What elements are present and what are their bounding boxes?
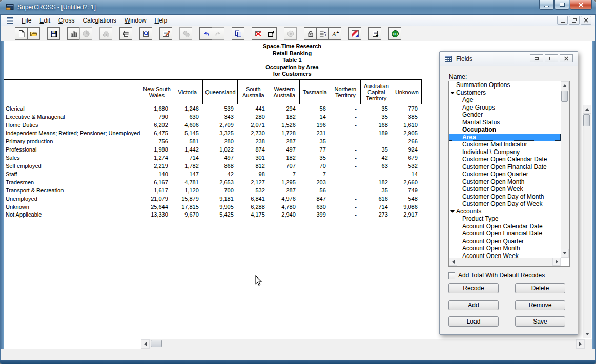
data-cell[interactable]: -: [330, 162, 361, 170]
data-cell[interactable]: 868: [203, 162, 238, 170]
data-cell[interactable]: 182: [361, 178, 392, 186]
row-header[interactable]: Home Duties: [4, 121, 141, 129]
data-cell[interactable]: 770: [392, 104, 422, 113]
data-cell[interactable]: 6,288: [238, 203, 269, 211]
row-header[interactable]: Primary production: [4, 137, 141, 145]
data-cell[interactable]: 9,670: [172, 211, 203, 219]
data-cell[interactable]: 273: [361, 211, 392, 219]
data-cell[interactable]: 168: [361, 121, 392, 129]
mdi-restore-button[interactable]: [569, 16, 580, 25]
data-cell[interactable]: 6,202: [141, 121, 172, 129]
data-cell[interactable]: 6,167: [141, 178, 172, 186]
data-cell[interactable]: 231: [300, 129, 330, 137]
data-cell[interactable]: 532: [392, 162, 422, 170]
data-cell[interactable]: 399: [300, 211, 330, 219]
data-cell[interactable]: 700: [203, 186, 238, 195]
column-header[interactable]: Western Australia: [269, 80, 300, 104]
data-cell[interactable]: 616: [361, 195, 392, 203]
data-cell[interactable]: -: [361, 137, 392, 145]
data-cell[interactable]: 42: [361, 154, 392, 162]
new-document-button[interactable]: [15, 27, 28, 40]
row-header[interactable]: Clerical: [4, 104, 141, 113]
data-cell[interactable]: 385: [392, 113, 422, 121]
data-cell[interactable]: 35: [300, 137, 330, 145]
data-cell[interactable]: 301: [238, 154, 269, 162]
row-header[interactable]: Independent Means; Retired; Pensioner; U…: [4, 129, 141, 137]
data-cell[interactable]: 630: [300, 203, 330, 211]
collapse-triangle-icon[interactable]: [450, 92, 455, 94]
scroll-up-button[interactable]: [583, 105, 591, 114]
data-cell[interactable]: 707: [269, 162, 300, 170]
menu-cross[interactable]: Cross: [54, 15, 78, 26]
delete-button[interactable]: Delete: [515, 283, 565, 293]
data-cell[interactable]: 4,175: [238, 211, 269, 219]
data-cell[interactable]: 25,644: [141, 203, 172, 211]
data-cell[interactable]: 630: [172, 113, 203, 121]
data-cell[interactable]: 4,780: [269, 203, 300, 211]
data-cell[interactable]: 343: [203, 113, 238, 121]
row-header[interactable]: Not Applicable: [4, 211, 141, 219]
field-item-age-groups[interactable]: Age Groups: [449, 104, 561, 112]
data-cell[interactable]: 5,425: [203, 211, 238, 219]
field-item-gender[interactable]: Gender: [449, 111, 561, 119]
data-cell[interactable]: 35: [361, 145, 392, 154]
colours-button[interactable]: [348, 27, 361, 40]
data-cell[interactable]: 9,086: [392, 203, 422, 211]
recode-button[interactable]: Recode: [448, 283, 499, 293]
data-cell[interactable]: 63: [361, 162, 392, 170]
data-cell[interactable]: 2,660: [392, 178, 422, 186]
data-cell[interactable]: 2,730: [238, 129, 269, 137]
menu-calculations[interactable]: Calculations: [78, 15, 120, 26]
field-item-marital-status[interactable]: Marital Status: [449, 119, 561, 126]
data-cell[interactable]: 1,120: [172, 186, 203, 195]
data-cell[interactable]: -: [330, 145, 361, 154]
data-cell[interactable]: 280: [203, 137, 238, 145]
scroll-down-button[interactable]: [583, 330, 591, 338]
field-order-button[interactable]: [316, 27, 329, 40]
remove-button[interactable]: Remove: [515, 300, 565, 310]
data-cell[interactable]: 714: [172, 154, 203, 162]
new-table-button[interactable]: +: [368, 27, 381, 40]
field-list-scroll-up-button[interactable]: [561, 81, 569, 90]
add-button[interactable]: Add: [448, 300, 499, 310]
data-cell[interactable]: 1,274: [141, 154, 172, 162]
data-cell[interactable]: -: [330, 178, 361, 186]
menu-edit[interactable]: Edit: [35, 15, 54, 26]
find-button[interactable]: [99, 27, 112, 40]
field-item-customer-open-day-of-week[interactable]: Customer Open Day of Week: [449, 200, 561, 208]
column-header[interactable]: Tasmania: [300, 80, 330, 104]
row-header[interactable]: Unemployed: [4, 195, 141, 203]
data-cell[interactable]: 182: [269, 154, 300, 162]
data-cell[interactable]: 35: [361, 104, 392, 113]
data-cell[interactable]: 70: [300, 162, 330, 170]
row-header[interactable]: Sales: [4, 154, 141, 162]
scroll-left-button[interactable]: [141, 339, 150, 349]
field-item-account-open-month[interactable]: Account Open Month: [449, 245, 561, 252]
fields-dialog-titlebar[interactable]: Fields: [440, 52, 578, 66]
data-cell[interactable]: 77: [300, 145, 330, 154]
print-button[interactable]: [119, 27, 132, 40]
data-cell[interactable]: 2,905: [392, 129, 422, 137]
data-cell[interactable]: 5,145: [172, 129, 203, 137]
data-cell[interactable]: 756: [141, 137, 172, 145]
data-cell[interactable]: -: [330, 211, 361, 219]
data-cell[interactable]: 790: [141, 113, 172, 121]
stop-button[interactable]: [284, 27, 297, 40]
save-button[interactable]: [47, 27, 60, 40]
data-cell[interactable]: 1,988: [141, 145, 172, 154]
data-cell[interactable]: 2,219: [141, 162, 172, 170]
print-preview-button[interactable]: [139, 27, 152, 40]
field-item-individual-company[interactable]: Individual \ Company: [449, 148, 561, 156]
field-item-customer-open-day-of-month[interactable]: Customer Open Day of Month: [449, 193, 561, 201]
data-cell[interactable]: 3,325: [203, 129, 238, 137]
field-item-account-open-financial-date[interactable]: Account Open Financial Date: [449, 230, 561, 238]
data-cell[interactable]: 812: [238, 162, 269, 170]
close-button[interactable]: [570, 0, 592, 10]
field-item-customer-open-quarter[interactable]: Customer Open Quarter: [449, 170, 561, 178]
row-header[interactable]: Staff: [4, 170, 141, 178]
data-cell[interactable]: 2,653: [203, 178, 238, 186]
data-cell[interactable]: 9,181: [203, 195, 238, 203]
row-header[interactable]: Unknown: [4, 203, 141, 211]
field-list-hscrollbar[interactable]: [449, 258, 561, 266]
field-item-customer-open-financial-date[interactable]: Customer Open Financial Date: [449, 163, 561, 171]
